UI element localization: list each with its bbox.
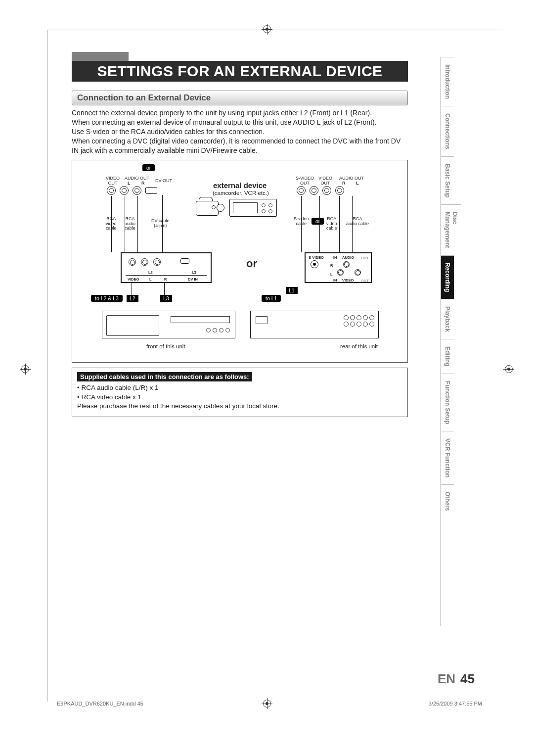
- wire: [339, 196, 340, 252]
- dv-port-icon: [180, 258, 189, 264]
- wire: [125, 196, 125, 252]
- label-L2: L2: [148, 270, 153, 275]
- front-caption: front of this unit: [146, 343, 185, 349]
- or-pill-mid: or: [312, 218, 324, 225]
- crop-line-left: [47, 30, 47, 702]
- footer-left: E9PKAUD_DVR620KU_EN.indd 45: [57, 701, 143, 707]
- registration-mark-icon: [20, 364, 31, 375]
- callout-l1: L1: [286, 287, 298, 294]
- page-lang: EN: [438, 671, 455, 686]
- unit-front-icon: [102, 311, 235, 338]
- svideo-jack-icon: [297, 186, 306, 195]
- supplied-note: Please purchase the rest of the necessar…: [77, 402, 402, 411]
- label-out: OUT: [361, 279, 369, 283]
- camcorder-icon: [196, 201, 219, 216]
- label-rca-video-cable-r: RCA video cable: [326, 217, 337, 231]
- wire: [352, 196, 353, 252]
- tab-function-setup[interactable]: Function Setup: [441, 374, 454, 431]
- wire: [137, 196, 138, 252]
- rca-jack-icon: [337, 269, 344, 276]
- label-R: R: [330, 263, 333, 268]
- page-number: EN45: [438, 671, 475, 687]
- or-pill-top: or: [142, 164, 155, 171]
- intro-p2: When connecting an external device of mo…: [72, 118, 408, 127]
- rca-jack-icon: [335, 186, 344, 195]
- label-svideo: S-VIDEO: [309, 255, 324, 260]
- label-R: R: [164, 277, 167, 282]
- footer-right: 3/25/2009 3:47:55 PM: [429, 701, 482, 707]
- page: SETTINGS FOR AN EXTERNAL DEVICE Connecti…: [0, 0, 534, 756]
- rca-jack-icon: [107, 186, 116, 195]
- title-bar: SETTINGS FOR AN EXTERNAL DEVICE: [72, 52, 408, 85]
- intro-p4: When connecting a DVC (digital video cam…: [72, 137, 408, 155]
- tab-disc-management[interactable]: Disc Management: [441, 204, 461, 255]
- front-panel-zoom: L2 L3 VIDEO L R DV IN: [121, 252, 212, 283]
- rca-jack-icon: [310, 186, 318, 195]
- registration-mark-icon: [262, 24, 272, 35]
- page-title: SETTINGS FOR AN EXTERNAL DEVICE: [72, 61, 408, 82]
- big-or-label: or: [246, 257, 257, 270]
- svideo-jack-icon: [311, 260, 318, 268]
- label-dv-out: DV-OUT: [155, 179, 172, 183]
- tab-editing[interactable]: Editing: [441, 339, 454, 374]
- leader: [290, 283, 290, 288]
- label-svideo-out: S-VIDEO OUT: [296, 176, 314, 186]
- tab-others[interactable]: Others: [441, 484, 454, 518]
- section-header: Connection to an External Device: [72, 91, 408, 105]
- label-in: IN: [333, 278, 337, 283]
- label-audio: AUDIO: [342, 255, 354, 260]
- right-jacks: [297, 186, 344, 195]
- wire: [301, 196, 302, 252]
- label-L3: L3: [192, 270, 196, 275]
- callout-to-l1: to L1: [262, 295, 281, 302]
- tab-vcr-function[interactable]: VCR Function: [441, 431, 454, 484]
- content-column: SETTINGS FOR AN EXTERNAL DEVICE Connecti…: [72, 52, 408, 417]
- intro-p1: Connect the external device properly to …: [72, 108, 408, 118]
- label-L: L: [149, 277, 152, 282]
- rear-panel-zoom: S-VIDEO IN AUDIO OUT R L IN VIDEO: [305, 252, 372, 283]
- callout-l3: L3: [160, 295, 172, 302]
- unit-rear-icon: [250, 311, 379, 338]
- external-device-sublabel: (camcorder, VCR etc.): [213, 190, 269, 196]
- side-tabs: Introduction Connections Basic Setup Dis…: [441, 57, 482, 626]
- tab-disc-label: Disc: [451, 212, 458, 224]
- rca-jack-icon: [141, 258, 148, 266]
- rca-jack-icon: [153, 258, 161, 266]
- dv-port-icon: [145, 187, 157, 194]
- rear-caption: rear of this unit: [340, 343, 378, 349]
- label-out: OUT: [361, 256, 369, 260]
- label-L: L: [330, 272, 333, 277]
- tab-basic-setup[interactable]: Basic Setup: [441, 156, 454, 205]
- crop-line-top: [47, 30, 502, 30]
- external-device-label: external device: [213, 181, 267, 189]
- vcr-icon: [229, 199, 277, 217]
- label-L: L: [128, 181, 131, 186]
- rca-jack-icon: [343, 261, 350, 268]
- tab-playback[interactable]: Playback: [441, 299, 454, 339]
- registration-mark-icon: [503, 364, 514, 375]
- tab-recording[interactable]: Recording: [441, 255, 454, 299]
- leader: [132, 283, 132, 295]
- left-jacks: [107, 186, 157, 195]
- rca-jack-icon: [120, 186, 129, 195]
- wire: [162, 195, 163, 252]
- tab-introduction[interactable]: Introduction: [441, 57, 454, 106]
- callout-to-l2-l3: to L2 & L3: [91, 295, 123, 302]
- label-dv-in: DV IN: [188, 277, 198, 282]
- page-num-value: 45: [460, 671, 475, 686]
- callout-l2: L2: [127, 295, 138, 302]
- rca-jack-icon: [355, 269, 361, 276]
- supplied-item1: • RCA audio cable (L/R) x 1: [77, 383, 402, 392]
- label-in: IN: [333, 255, 337, 260]
- wire: [319, 196, 320, 252]
- label-R-r: R: [342, 181, 346, 186]
- rca-jack-icon: [322, 186, 331, 195]
- label-video-out-r: VIDEO OUT: [318, 176, 332, 186]
- label-R: R: [141, 181, 145, 186]
- tab-connections[interactable]: Connections: [441, 106, 454, 156]
- tab-management-label: Management: [444, 212, 451, 248]
- intro-p3: Use S-video or the RCA audio/video cable…: [72, 127, 408, 137]
- label-video-out: VIDEO OUT: [106, 176, 120, 186]
- wire: [111, 196, 112, 252]
- label-rca-audio-cable-r: RCA audio cable: [346, 217, 369, 226]
